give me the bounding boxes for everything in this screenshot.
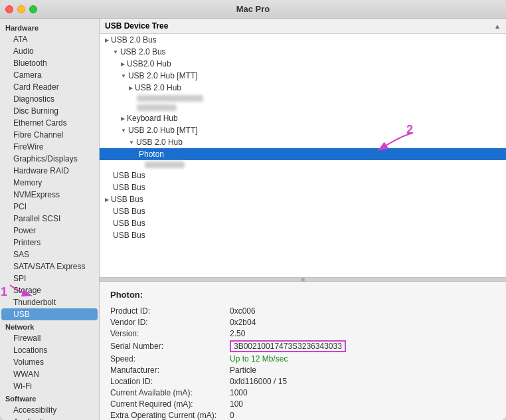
triangle-icon: ▶ xyxy=(129,85,133,91)
tree-item-usb2-hub[interactable]: ▶ USB2.0 Hub xyxy=(100,58,506,70)
hardware-section-header: Hardware xyxy=(0,21,99,33)
detail-value-extra-current: 0 xyxy=(230,411,234,420)
detail-label-serial: Serial Number: xyxy=(110,342,230,351)
sidebar-item-diagnostics[interactable]: Diagnostics xyxy=(0,93,99,105)
sidebar-item-sata[interactable]: SATA/SATA Express xyxy=(0,261,99,272)
sidebar-item-audio[interactable]: Audio xyxy=(0,45,99,57)
tree-header: USB Device Tree ▲ xyxy=(100,19,506,34)
annotation-1: 1 xyxy=(1,282,35,302)
detail-label-vendor-id: Vendor ID: xyxy=(110,318,230,327)
tree-item-label: USB 2.0 Hub xyxy=(136,138,183,147)
detail-row-extra-current: Extra Operating Current (mA): 0 xyxy=(110,411,495,420)
tree-item-usb-bus-1[interactable]: ▶ USB 2.0 Bus xyxy=(100,34,506,46)
sidebar-item-card-reader[interactable]: Card Reader xyxy=(0,81,99,93)
sidebar-item-volumes[interactable]: Volumes xyxy=(0,356,99,368)
detail-row-speed: Speed: Up to 12 Mb/sec xyxy=(110,354,495,364)
tree-item-usb-bus-b[interactable]: USB Bus xyxy=(100,181,506,193)
detail-value-speed: Up to 12 Mb/sec xyxy=(230,354,288,364)
tree-item-blurred-2[interactable] xyxy=(100,103,506,112)
detail-label-extra-current: Extra Operating Current (mA): xyxy=(110,411,230,420)
sidebar-item-memory[interactable]: Memory xyxy=(0,177,99,189)
title-bar: Mac Pro xyxy=(0,0,506,19)
detail-label-current-req: Current Required (mA): xyxy=(110,399,230,409)
tree-title: USB Device Tree xyxy=(105,21,168,31)
minimize-button[interactable] xyxy=(17,5,25,13)
triangle-icon: ▼ xyxy=(113,49,118,55)
tree-item-label: USB 2.0 Bus xyxy=(111,35,157,45)
network-section-header: Network xyxy=(0,320,99,332)
tree-item-usb20-hub-mtt-2[interactable]: ▼ USB 2.0 Hub [MTT] 2 xyxy=(100,124,506,136)
triangle-icon: ▶ xyxy=(121,116,125,122)
close-button[interactable] xyxy=(5,5,13,13)
detail-row-vendor-id: Vendor ID: 0x2b04 xyxy=(110,318,495,327)
detail-value-serial: 3B00210017473S3236343033 xyxy=(230,340,346,352)
tree-item-usb20-hub-mtt-1[interactable]: ▼ USB 2.0 Hub [MTT] xyxy=(100,70,506,82)
sidebar-item-ata[interactable]: ATA xyxy=(0,33,99,45)
tree-item-usb20-hub-sub[interactable]: ▶ USB 2.0 Hub xyxy=(100,82,506,94)
sidebar-item-accessibility[interactable]: Accessibility xyxy=(0,404,99,416)
blurred-item-1 xyxy=(137,95,203,102)
sidebar-item-disc-burning[interactable]: Disc Burning xyxy=(0,105,99,117)
sidebar-item-pci[interactable]: PCI xyxy=(0,201,99,213)
tree-item-blurred-3[interactable] xyxy=(100,160,506,169)
sidebar-item-nvmexpress[interactable]: NVMExpress xyxy=(0,189,99,201)
main-window: Mac Pro Hardware ATA Audio Bluetooth Cam… xyxy=(0,0,506,420)
detail-label-speed: Speed: xyxy=(110,354,230,364)
tree-item-usb-bus-2[interactable]: ▼ USB 2.0 Bus xyxy=(100,46,506,58)
detail-panel: Photon: Product ID: 0xc006 Vendor ID: 0x… xyxy=(100,282,506,420)
tree-item-label: Photon xyxy=(139,150,164,159)
detail-value-version: 2.50 xyxy=(230,329,245,338)
sidebar-item-hardware-raid[interactable]: Hardware RAID xyxy=(0,165,99,177)
sidebar-item-firewire[interactable]: FireWire xyxy=(0,141,99,153)
tree-item-usb-bus-d[interactable]: USB Bus xyxy=(100,205,506,217)
tree-item-label: USB 2.0 Bus xyxy=(120,47,166,56)
detail-row-product-id: Product ID: 0xc006 xyxy=(110,306,495,316)
detail-row-location-id: Location ID: 0xfd116000 / 15 xyxy=(110,377,495,386)
sidebar-item-firewall[interactable]: Firewall xyxy=(0,332,99,344)
tree-panel[interactable]: USB Device Tree ▲ ▶ USB 2.0 Bus ▼ USB 2.… xyxy=(100,19,506,278)
sidebar-item-sas[interactable]: SAS xyxy=(0,249,99,261)
sidebar[interactable]: Hardware ATA Audio Bluetooth Camera Card… xyxy=(0,19,100,420)
sidebar-item-ethernet-cards[interactable]: Ethernet Cards xyxy=(0,117,99,129)
software-section-header: Software xyxy=(0,392,99,404)
detail-label-manufacturer: Manufacturer: xyxy=(110,366,230,375)
tree-item-label: USB 2.0 Hub [MTT] xyxy=(128,126,198,135)
sidebar-item-fibre-channel[interactable]: Fibre Channel xyxy=(0,129,99,141)
tree-collapse-icon[interactable]: ▲ xyxy=(494,23,501,30)
sidebar-item-camera[interactable]: Camera xyxy=(0,69,99,81)
tree-item-usb-bus-f[interactable]: USB Bus xyxy=(100,229,506,241)
traffic-lights xyxy=(5,5,37,13)
tree-item-usb20-hub-expand[interactable]: ▼ USB 2.0 Hub xyxy=(100,136,506,148)
tree-item-label: USB Bus xyxy=(113,231,145,240)
annotation-arrow-2 xyxy=(360,130,440,156)
right-panel: USB Device Tree ▲ ▶ USB 2.0 Bus ▼ USB 2.… xyxy=(100,19,506,420)
tree-item-photon[interactable]: Photon xyxy=(100,148,506,160)
tree-item-usb-bus-e[interactable]: USB Bus xyxy=(100,217,506,229)
sidebar-item-printers[interactable]: Printers xyxy=(0,237,99,249)
detail-title: Photon: xyxy=(110,290,495,300)
tree-item-label: USB 2.0 Hub [MTT] xyxy=(128,71,198,80)
sidebar-item-bluetooth[interactable]: Bluetooth xyxy=(0,57,99,69)
detail-label-current-avail: Current Available (mA): xyxy=(110,388,230,397)
sidebar-item-usb[interactable]: USB xyxy=(1,308,98,320)
sidebar-item-parallel-scsi[interactable]: Parallel SCSI xyxy=(0,213,99,225)
maximize-button[interactable] xyxy=(29,5,37,13)
triangle-icon: ▶ xyxy=(105,197,109,203)
sidebar-item-graphics-displays[interactable]: Graphics/Displays xyxy=(0,153,99,165)
detail-value-current-req: 100 xyxy=(230,399,243,409)
triangle-icon: ▶ xyxy=(121,61,125,67)
detail-row-manufacturer: Manufacturer: Particle xyxy=(110,366,495,375)
sidebar-item-applications[interactable]: Applications xyxy=(0,416,99,420)
tree-item-usb-bus-a[interactable]: USB Bus xyxy=(100,169,506,181)
tree-item-usb-bus-c[interactable]: ▶ USB Bus xyxy=(100,193,506,205)
annotation-badge-1: 1 xyxy=(1,286,7,298)
tree-item-blurred-1[interactable] xyxy=(100,94,506,103)
detail-value-current-avail: 1000 xyxy=(230,388,248,397)
sidebar-item-wwan[interactable]: WWAN xyxy=(0,368,99,380)
sidebar-item-power[interactable]: Power xyxy=(0,225,99,237)
sidebar-item-locations[interactable]: Locations xyxy=(0,344,99,356)
tree-item-label: USB Bus xyxy=(113,207,145,216)
tree-item-keyboard-hub[interactable]: ▶ Keyboard Hub xyxy=(100,112,506,124)
detail-row-serial: Serial Number: 3B00210017473S3236343033 xyxy=(110,340,495,352)
sidebar-item-wifi[interactable]: Wi-Fi xyxy=(0,380,99,392)
